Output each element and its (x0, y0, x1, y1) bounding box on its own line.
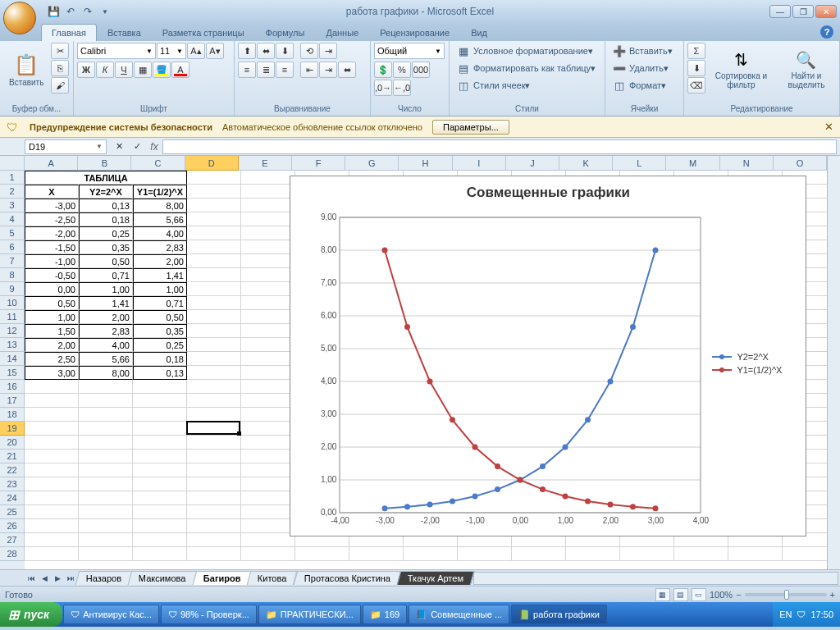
table-cell[interactable]: -0,50 (25, 268, 79, 282)
worksheet-grid[interactable]: ABCDEFGHIJKLMNO 123456789101112131415161… (0, 156, 840, 569)
paste-button[interactable]: 📋Вставить (3, 43, 49, 97)
table-cell[interactable]: 5,66 (79, 352, 133, 366)
table-cell[interactable]: 2,00 (25, 338, 79, 352)
column-header[interactable]: I (453, 156, 506, 171)
percent-icon[interactable]: % (393, 62, 411, 78)
underline-icon[interactable]: Ч (115, 62, 133, 78)
merge-icon[interactable]: ⬌ (338, 62, 356, 78)
autosum-icon[interactable]: Σ (687, 43, 705, 59)
orientation-icon[interactable]: ⟲ (300, 43, 318, 59)
save-icon[interactable]: 💾 (46, 4, 61, 19)
table-cell[interactable]: 0,35 (133, 324, 187, 338)
row-headers[interactable]: 1234567891011121314151617181920212223242… (0, 156, 25, 569)
table-cell[interactable]: 8,00 (133, 199, 187, 212)
tray-icon[interactable]: 🛡 (797, 609, 806, 619)
font-color-icon[interactable]: A (171, 62, 189, 78)
column-headers[interactable]: ABCDEFGHIJKLMNO (25, 156, 827, 171)
security-options-button[interactable]: Параметры... (432, 120, 509, 135)
sheet-tab[interactable]: Максимова (128, 571, 197, 585)
sheet-nav-prev-icon[interactable]: ◀ (38, 572, 51, 585)
cancel-formula-icon[interactable]: ✕ (110, 139, 128, 155)
row-header[interactable]: 24 (0, 491, 25, 505)
increase-decimal-icon[interactable]: ,0→ (374, 80, 392, 96)
qat-customize-icon[interactable]: ▼ (98, 4, 112, 19)
sheet-nav-first-icon[interactable]: ⏮ (25, 572, 38, 585)
row-header[interactable]: 27 (0, 533, 25, 547)
formula-input[interactable] (162, 139, 837, 154)
table-cell[interactable]: Y2=2^X (79, 185, 133, 199)
page-layout-view-icon[interactable]: ▤ (673, 588, 688, 601)
row-header[interactable]: 23 (0, 477, 25, 491)
cell-styles-button[interactable]: ◫Стили ячеек ▾ (453, 77, 600, 94)
table-cell[interactable]: 0,18 (133, 352, 187, 366)
system-tray[interactable]: EN 🛡 17:50 (773, 602, 840, 627)
cells-area[interactable]: ТАБЛИЦАXY2=2^XY1=(1/2)^X-3,000,138,00-2,… (25, 171, 827, 569)
insert-cells-button[interactable]: ➕Вставить ▾ (609, 43, 677, 59)
table-cell[interactable]: 0,00 (25, 282, 79, 296)
zoom-in-icon[interactable]: + (830, 590, 835, 600)
row-header[interactable]: 16 (0, 380, 25, 394)
table-cell[interactable]: 0,13 (79, 199, 133, 212)
column-header[interactable]: A (25, 156, 78, 171)
language-indicator[interactable]: EN (779, 609, 792, 619)
table-cell[interactable]: 0,18 (79, 212, 133, 226)
row-header[interactable]: 15 (0, 366, 25, 380)
column-header[interactable]: J (506, 156, 559, 171)
row-header[interactable]: 19 (0, 422, 25, 436)
fill-icon[interactable]: ⬇ (687, 60, 705, 76)
row-header[interactable]: 10 (0, 296, 25, 310)
find-select-button[interactable]: 🔍Найти и выделить (777, 43, 836, 97)
close-button[interactable]: ✕ (815, 5, 837, 18)
column-header[interactable]: B (78, 156, 131, 171)
format-painter-icon[interactable]: 🖌 (51, 77, 69, 94)
conditional-formatting-button[interactable]: ▦Условное форматирование ▾ (453, 43, 600, 59)
table-cell[interactable]: 4,00 (133, 226, 187, 240)
restore-button[interactable]: ❐ (792, 5, 814, 18)
table-cell[interactable]: 0,50 (133, 310, 187, 324)
font-name-combo[interactable]: Calibri▼ (77, 43, 156, 59)
help-icon[interactable]: ? (820, 25, 833, 39)
row-header[interactable]: 20 (0, 436, 25, 450)
tab-home[interactable]: Главная (41, 24, 97, 41)
taskbar-item[interactable]: 🛡Антивирус Кас... (63, 605, 159, 624)
table-cell[interactable]: 0,35 (79, 240, 133, 254)
undo-icon[interactable]: ↶ (63, 4, 78, 19)
tab-insert[interactable]: Вставка (97, 24, 152, 41)
column-header[interactable]: G (345, 156, 399, 171)
align-bottom-icon[interactable]: ⬇ (276, 43, 294, 59)
row-header[interactable]: 1 (0, 171, 25, 185)
row-header[interactable]: 28 (0, 547, 25, 561)
sheet-tab[interactable]: Ткачук Артем (397, 571, 475, 585)
row-header[interactable]: 21 (0, 450, 25, 463)
security-close-icon[interactable]: ✕ (824, 121, 833, 133)
table-cell[interactable]: 3,00 (25, 366, 79, 380)
row-header[interactable]: 11 (0, 310, 25, 324)
tab-data[interactable]: Данные (315, 24, 369, 41)
font-size-combo[interactable]: 11▼ (157, 43, 186, 59)
row-header[interactable]: 2 (0, 185, 25, 199)
align-top-icon[interactable]: ⬆ (238, 43, 256, 59)
increase-indent-icon[interactable]: ⇥ (319, 62, 337, 78)
table-cell[interactable]: 0,13 (133, 366, 187, 380)
zoom-out-icon[interactable]: − (736, 590, 741, 600)
row-header[interactable]: 12 (0, 324, 25, 338)
format-cells-button[interactable]: ◫Формат ▾ (609, 77, 677, 94)
taskbar-item[interactable]: 🛡98% - Проверк... (161, 605, 257, 624)
tab-page-layout[interactable]: Разметка страницы (152, 24, 255, 41)
zoom-slider[interactable] (745, 593, 827, 596)
table-cell[interactable]: Y1=(1/2)^X (133, 185, 187, 199)
column-header[interactable]: H (399, 156, 452, 171)
column-header[interactable]: D (185, 156, 239, 171)
column-header[interactable]: O (774, 156, 827, 171)
table-cell[interactable]: 1,50 (25, 324, 79, 338)
row-header[interactable]: 25 (0, 505, 25, 519)
grow-font-icon[interactable]: A▴ (187, 43, 205, 59)
align-left-icon[interactable]: ≡ (238, 62, 256, 78)
table-cell[interactable]: 2,00 (133, 254, 187, 268)
table-cell[interactable]: 1,41 (79, 296, 133, 310)
column-header[interactable]: F (292, 156, 345, 171)
table-cell[interactable]: ТАБЛИЦА (25, 171, 187, 185)
sheet-tab[interactable]: Протасова Кристина (293, 571, 401, 585)
decrease-decimal-icon[interactable]: ←,0 (393, 80, 411, 96)
select-all-button[interactable] (0, 156, 25, 171)
